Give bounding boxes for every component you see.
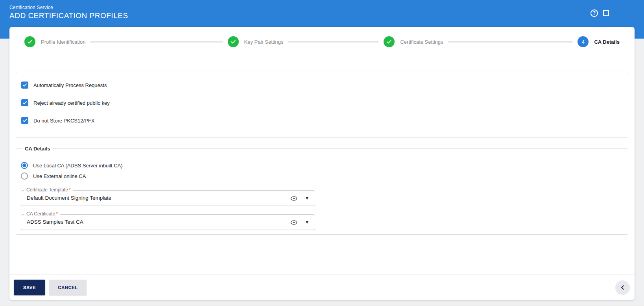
chevron-left-icon [619,284,627,291]
selected-value: Default Document Signing Template [27,191,111,206]
form-footer: SAVE CANCEL [9,274,635,300]
header-actions: ? [590,9,609,17]
checkbox-reject-certified-key[interactable]: Reject already certified public key [21,99,110,106]
checkbox-no-store-pkcs12[interactable]: Do not Store PKCS12/PFX [21,117,94,124]
check-icon [384,36,395,47]
header-titles: Certification Service ADD CERTIFICATION … [9,5,128,20]
eye-icon[interactable] [290,195,297,202]
checkbox-auto-process-requests[interactable]: Automatically Process Requests [21,82,107,89]
step-connector [448,41,573,43]
ca-type-radio-group: Use Local CA (ADSS Server inbuilt CA) Us… [21,162,123,180]
ca-certificate-select[interactable]: CA Certificate* ADSS Samples Test CA ▼ [21,214,315,230]
checkbox-checked-icon [21,82,28,89]
collapse-panel-button[interactable] [615,280,630,295]
step-connector [288,41,379,43]
check-icon [24,36,35,47]
page-title: ADD CERTIFICATION PROFILES [9,11,128,20]
service-title: Certification Service [9,5,128,10]
checkbox-checked-icon [21,99,28,106]
checkbox-checked-icon [21,117,28,124]
chevron-down-icon[interactable]: ▼ [305,191,309,206]
step-label: Key Pair Settings [244,39,284,45]
options-panel: Automatically Process Requests Reject al… [16,72,628,138]
step-certificate-settings[interactable]: Certificate Settings [384,36,443,47]
eye-icon[interactable] [290,219,297,226]
checkbox-label: Automatically Process Requests [33,82,107,88]
certificate-template-select[interactable]: Certificate Template* Default Document S… [21,190,315,206]
radio-label: Use External online CA [33,173,86,179]
step-label: Profile Identification [41,39,85,45]
radio-local-ca[interactable]: Use Local CA (ADSS Server inbuilt CA) [21,162,123,169]
step-label: Certificate Settings [400,39,443,45]
radio-label: Use Local CA (ADSS Server inbuilt CA) [33,163,123,169]
ca-details-fieldset: CA Details Use Local CA (ADSS Server inb… [16,146,628,235]
radio-selected-icon [21,162,28,169]
check-icon [228,36,239,47]
selected-value: ADSS Samples Test CA [27,215,83,230]
cancel-button[interactable]: CANCEL [49,280,87,295]
fieldset-legend: CA Details [22,146,53,152]
radio-external-ca[interactable]: Use External online CA [21,172,123,180]
step-connector [90,41,223,43]
step-profile-identification[interactable]: Profile Identification [24,36,85,47]
help-icon[interactable]: ? [590,9,598,17]
step-label: CA Details [594,39,620,45]
radio-unselected-icon [21,172,28,180]
maximize-icon[interactable] [603,10,609,16]
checkbox-label: Do not Store PKCS12/PFX [33,118,94,124]
form-body: Automatically Process Requests Reject al… [9,57,635,274]
chevron-down-icon[interactable]: ▼ [305,215,309,230]
step-key-pair-settings[interactable]: Key Pair Settings [228,36,284,47]
save-button[interactable]: SAVE [14,280,45,295]
checkbox-label: Reject already certified public key [33,100,110,106]
step-ca-details[interactable]: 4 CA Details [578,36,620,47]
stepper: Profile Identification Key Pair Settings… [16,27,628,57]
step-number-badge: 4 [578,36,589,47]
content-card: Profile Identification Key Pair Settings… [9,27,635,300]
